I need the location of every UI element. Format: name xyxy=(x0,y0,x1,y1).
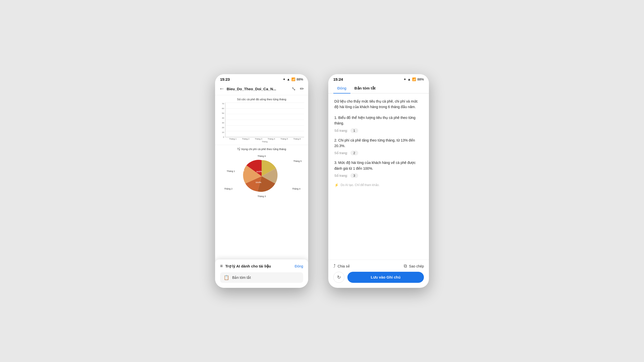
share-action-icon: ⤴ xyxy=(333,263,336,269)
right-battery-text: 88% xyxy=(417,77,424,81)
summary-item-3-text: 3. Mức độ hài lòng của khách hàng về cà … xyxy=(334,160,423,171)
footer-actions-row: ⤴ Chia sẻ ⧉ Sao chép xyxy=(333,263,424,269)
left-phone: 15:23 ✦ ▲ 📶 88% ← Bieu_Do_Theo_Doi_Ca_N.… xyxy=(215,74,308,288)
page-badge-1[interactable]: 1 xyxy=(350,128,358,133)
pie-label-thang1: Tháng 1 xyxy=(227,170,235,172)
share-icon[interactable]: ⤡ xyxy=(292,86,296,92)
page-label-1: Số trang: xyxy=(334,129,348,132)
tab-dong[interactable]: Đóng xyxy=(333,83,350,94)
right-status-bar: 15:24 ✦ ▲ 📶 88% xyxy=(328,74,429,83)
x-label-thang2: Tháng 2 xyxy=(240,138,251,140)
summary-item-label: Bản tóm tắt xyxy=(232,276,251,280)
right-footer: ⤴ Chia sẻ ⧉ Sao chép ↻ Lưu vào Ghi chú xyxy=(328,260,429,288)
signal-icon: 📶 xyxy=(291,77,295,81)
document-title: Bieu_Do_Theo_Doi_Ca_N... xyxy=(227,87,292,91)
toolbar-actions: ⤡ ✏ xyxy=(292,86,304,92)
copy-action-icon: ⧉ xyxy=(404,263,407,269)
ai-assistant-panel: ≡ Trợ lý AI dành cho tài liệu Đóng 📋 Bản… xyxy=(215,259,308,288)
page-badge-2[interactable]: 2 xyxy=(350,151,358,155)
share-label: Chia sẻ xyxy=(338,264,350,268)
refresh-icon: ↻ xyxy=(337,275,341,280)
summary-item-1: 1. Biểu đồ thể hiện lượng tiêu thụ cà ph… xyxy=(334,115,423,133)
wifi-icon: ▲ xyxy=(287,77,290,81)
y-tick-0: 0 xyxy=(223,136,224,138)
pie-pct-thang1: 14.5% xyxy=(256,170,262,173)
right-bluetooth-icon: ✦ xyxy=(404,77,406,81)
bar-chart-title: Số cốc cà phê đã uống theo từng tháng xyxy=(219,98,304,101)
ai-panel-title: ≡ Trợ lý AI dành cho tài liệu xyxy=(220,263,271,269)
right-panel: 15:24 ✦ ▲ 📶 88% Đóng Bản tóm tắt Dữ liệu… xyxy=(328,74,429,288)
right-time: 15:24 xyxy=(333,77,343,81)
summary-item-3: 3. Mức độ hài lòng của khách hàng về cà … xyxy=(334,160,423,178)
ai-disclaimer-text: Do AI tạo. Chỉ để tham khảo. xyxy=(341,183,380,187)
right-wifi-icon: ▲ xyxy=(408,77,411,81)
back-button[interactable]: ← xyxy=(219,85,225,92)
summary-item-2: 2. Chi phí cà phê tăng theo từng tháng, … xyxy=(334,138,423,156)
x-label-thang1: Tháng 1 xyxy=(227,138,238,140)
summary-item-1-text: 1. Biểu đồ thể hiện lượng tiêu thụ cà ph… xyxy=(334,115,423,126)
page-label-3: Số trang: xyxy=(334,174,348,177)
pie-pct-thang4: 15.9% xyxy=(232,188,237,190)
pie-label-thang4: Tháng 4 xyxy=(292,188,300,190)
y-tick-30: 30 xyxy=(222,122,224,124)
left-status-icons: ✦ ▲ 📶 88% xyxy=(283,77,303,81)
ai-disclaimer: ⚡ Do AI tạo. Chỉ để tham khảo. xyxy=(334,183,423,187)
summary-item-2-page-row: Số trang: 2 xyxy=(334,151,423,155)
ai-panel-close-button[interactable]: Đóng xyxy=(295,264,303,268)
y-tick-40: 40 xyxy=(222,117,224,119)
summary-item-3-page-row: Số trang: 3 xyxy=(334,173,423,178)
pie-pct-thang6: 20.0% xyxy=(239,169,245,172)
bluetooth-icon: ✦ xyxy=(283,77,286,81)
pie-pct-thang5: 18.8% xyxy=(230,177,235,180)
x-label-thang3: Tháng 3 xyxy=(253,138,264,140)
share-action[interactable]: ⤴ Chia sẻ xyxy=(333,263,350,269)
ai-menu-icon: ≡ xyxy=(220,263,223,269)
copy-action[interactable]: ⧉ Sao chép xyxy=(404,263,424,269)
right-status-icons: ✦ ▲ 📶 88% xyxy=(404,77,424,81)
pie-label-thang2: Tháng 2 xyxy=(224,188,232,190)
save-button[interactable]: Lưu vào Ghi chú xyxy=(347,272,424,283)
summary-item-2-text: 2. Chi phí cà phê tăng theo từng tháng, … xyxy=(334,138,423,149)
page-label-2: Số trang: xyxy=(334,151,348,155)
battery-text: 88% xyxy=(297,77,303,81)
y-tick-20: 20 xyxy=(222,126,224,129)
pie-chart-container: 14.5% 13.0% 17.8% 15.9% 18.8% 20.0% Thán… xyxy=(219,152,304,200)
pie-label-thang6: Tháng 6 xyxy=(257,155,266,157)
left-time: 15:23 xyxy=(220,77,230,81)
pie-label-thang3: Tháng 3 xyxy=(257,195,266,198)
x-label-thang4: Tháng 4 xyxy=(266,138,277,140)
y-tick-50: 50 xyxy=(222,112,224,114)
pie-label-thang5: Tháng 5 xyxy=(293,160,302,162)
ai-disclaimer-icon: ⚡ xyxy=(334,183,339,187)
edit-icon[interactable]: ✏ xyxy=(300,86,304,92)
x-label-thang5: Tháng 5 xyxy=(278,138,290,140)
ai-panel-header: ≡ Trợ lý AI dành cho tài liệu Đóng xyxy=(220,263,303,269)
copy-label: Sao chép xyxy=(409,264,424,268)
bar-chart-section: Số cốc cà phê đã uống theo từng tháng 0 … xyxy=(215,95,308,145)
page-badge-3[interactable]: 3 xyxy=(350,173,358,178)
x-label-thang6: Tháng 6 xyxy=(291,138,303,140)
y-tick-10: 10 xyxy=(222,131,224,133)
y-tick-70: 70 xyxy=(222,103,224,105)
y-tick-60: 60 xyxy=(222,107,224,110)
ai-panel-summary-item[interactable]: 📋 Bản tóm tắt xyxy=(220,272,303,283)
summary-content: Dữ liệu cho thấy mức tiêu thụ cà phê, ch… xyxy=(328,94,429,260)
refresh-button[interactable]: ↻ xyxy=(333,272,344,283)
pie-chart-title: Tỷ trọng chi phí cà phê theo từng tháng xyxy=(219,148,304,151)
left-status-bar: 15:23 ✦ ▲ 📶 88% xyxy=(215,74,308,83)
pie-chart-section: Tỷ trọng chi phí cà phê theo từng tháng xyxy=(215,145,308,202)
document-content: Số cốc cà phê đã uống theo từng tháng 0 … xyxy=(215,95,308,288)
pie-pct-thang2: 13.0% xyxy=(256,181,261,184)
right-tabs: Đóng Bản tóm tắt xyxy=(328,83,429,94)
summary-item-icon: 📋 xyxy=(224,275,229,280)
x-axis-label: Tháng xyxy=(225,141,304,143)
summary-intro-text: Dữ liệu cho thấy mức tiêu thụ cà phê, ch… xyxy=(334,99,423,110)
left-toolbar: ← Bieu_Do_Theo_Doi_Ca_N... ⤡ ✏ xyxy=(215,83,308,95)
footer-save-row: ↻ Lưu vào Ghi chú xyxy=(333,272,424,283)
summary-item-1-page-row: Số trang: 1 xyxy=(334,128,423,133)
pie-pct-thang3: 17.8% xyxy=(244,190,250,192)
right-signal-icon: 📶 xyxy=(412,77,416,81)
tab-ban-tom-tat[interactable]: Bản tóm tắt xyxy=(350,83,380,93)
